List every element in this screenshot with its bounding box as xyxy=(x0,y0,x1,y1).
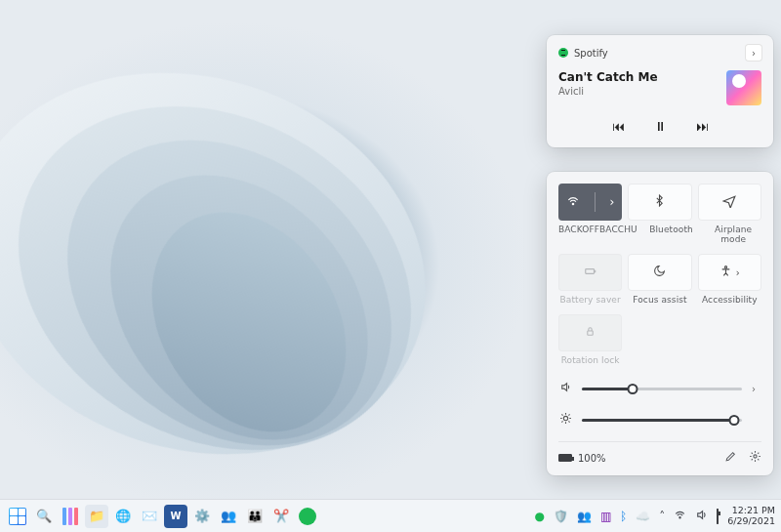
taskbar-app-mail[interactable]: ✉️ xyxy=(138,505,161,528)
taskbar: 🔍 📁 🌐 ✉️ W ⚙️ 👥 👪 ✂️ ● 🛡️ 👥 ▥ ᛒ ☁️ ˄ xyxy=(0,499,781,532)
svg-point-2 xyxy=(724,266,726,268)
spotify-icon xyxy=(558,48,568,58)
battery-percent: 100% xyxy=(578,453,606,464)
svg-point-6 xyxy=(679,516,680,517)
taskbar-app-teams[interactable]: 👥 xyxy=(217,505,240,528)
battery-saver-toggle xyxy=(558,254,622,291)
tray-spotify-icon[interactable]: ● xyxy=(534,510,544,523)
taskbar-app-snip[interactable]: ✂️ xyxy=(269,505,293,528)
task-view-button[interactable] xyxy=(59,505,82,528)
taskbar-app-settings[interactable]: ⚙️ xyxy=(190,505,214,528)
tray-volume-icon[interactable] xyxy=(695,509,708,524)
volume-slider[interactable] xyxy=(582,382,742,395)
volume-icon[interactable] xyxy=(558,381,572,396)
accessibility-icon xyxy=(719,265,732,280)
tray-onedrive-icon[interactable]: ☁️ xyxy=(636,510,650,523)
svg-point-5 xyxy=(754,455,757,458)
battery-status[interactable]: 100% xyxy=(558,453,606,464)
taskbar-app-word[interactable]: W xyxy=(164,505,187,528)
focus-assist-label: Focus assist xyxy=(628,295,691,305)
clock-time: 12:21 PM xyxy=(727,506,775,516)
chevron-right-icon: › xyxy=(610,195,615,209)
tray-teams-icon[interactable]: 👥 xyxy=(577,510,592,523)
track-title: Can't Catch Me xyxy=(558,70,658,84)
rotation-lock-icon xyxy=(584,325,596,341)
media-flyout: Spotify › Can't Catch Me Avicli ⏮ ⏸ ⏭ xyxy=(547,35,773,147)
bluetooth-icon xyxy=(653,194,666,210)
edit-quick-settings-button[interactable] xyxy=(724,450,737,466)
open-settings-button[interactable] xyxy=(749,450,761,466)
search-button[interactable]: 🔍 xyxy=(32,505,56,528)
taskbar-app-teams2[interactable]: 👪 xyxy=(243,505,267,528)
accessibility-label: Accessibility xyxy=(698,295,761,305)
clock-date: 6/29/2021 xyxy=(727,516,775,527)
start-button[interactable] xyxy=(6,505,29,528)
svg-rect-3 xyxy=(588,331,593,335)
next-track-button[interactable]: ⏭ xyxy=(696,119,709,134)
tray-bluetooth-icon[interactable]: ᛒ xyxy=(620,510,627,523)
accessibility-toggle[interactable]: › xyxy=(698,254,761,291)
tray-chevron-up-icon[interactable]: ˄ xyxy=(659,510,665,523)
brightness-icon xyxy=(558,412,572,428)
play-pause-button[interactable]: ⏸ xyxy=(654,119,667,134)
svg-point-0 xyxy=(572,203,573,204)
brightness-slider[interactable] xyxy=(582,413,742,427)
airplane-icon xyxy=(722,194,736,211)
focus-assist-toggle[interactable] xyxy=(628,254,691,291)
track-artist: Avicli xyxy=(558,86,658,97)
bluetooth-toggle[interactable] xyxy=(628,184,691,221)
moon-icon xyxy=(653,265,666,280)
tray-onenote-icon[interactable]: ▥ xyxy=(600,510,611,523)
battery-saver-label: Battery saver xyxy=(558,295,622,305)
wifi-toggle[interactable]: › xyxy=(558,184,622,221)
airplane-mode-toggle[interactable] xyxy=(698,184,761,221)
divider xyxy=(595,192,596,212)
airplane-label: Airplane mode xyxy=(705,225,761,244)
taskbar-app-edge[interactable]: 🌐 xyxy=(111,505,135,528)
desktop-wallpaper: Spotify › Can't Catch Me Avicli ⏮ ⏸ ⏭ › xyxy=(0,0,781,532)
chevron-right-icon: › xyxy=(736,267,740,278)
rotation-lock-toggle xyxy=(558,314,622,351)
system-clock[interactable]: 12:21 PM 6/29/2021 xyxy=(727,506,775,527)
wifi-label: BACKOFFBACCHU xyxy=(558,225,637,244)
taskbar-app-explorer[interactable]: 📁 xyxy=(85,505,108,528)
tray-wifi-icon[interactable] xyxy=(674,509,686,524)
media-next-card-button[interactable]: › xyxy=(746,45,761,61)
tray-shield-icon[interactable]: 🛡️ xyxy=(554,510,568,523)
svg-point-4 xyxy=(563,416,567,420)
taskbar-app-spotify[interactable] xyxy=(296,505,319,528)
media-app-name: Spotify xyxy=(574,48,608,59)
battery-saver-icon xyxy=(584,265,597,281)
quick-settings-flyout: › BACKOFFBACCHU Bluetooth Airplane mode xyxy=(547,172,773,475)
tray-battery-icon[interactable] xyxy=(717,510,719,523)
bluetooth-label: Bluetooth xyxy=(643,225,700,244)
album-art[interactable] xyxy=(726,70,761,105)
previous-track-button[interactable]: ⏮ xyxy=(612,119,625,134)
battery-icon xyxy=(558,454,572,462)
wifi-icon xyxy=(566,194,580,211)
volume-output-chevron[interactable]: › xyxy=(752,384,761,394)
svg-rect-1 xyxy=(585,268,594,273)
rotation-lock-label: Rotation lock xyxy=(558,355,622,365)
